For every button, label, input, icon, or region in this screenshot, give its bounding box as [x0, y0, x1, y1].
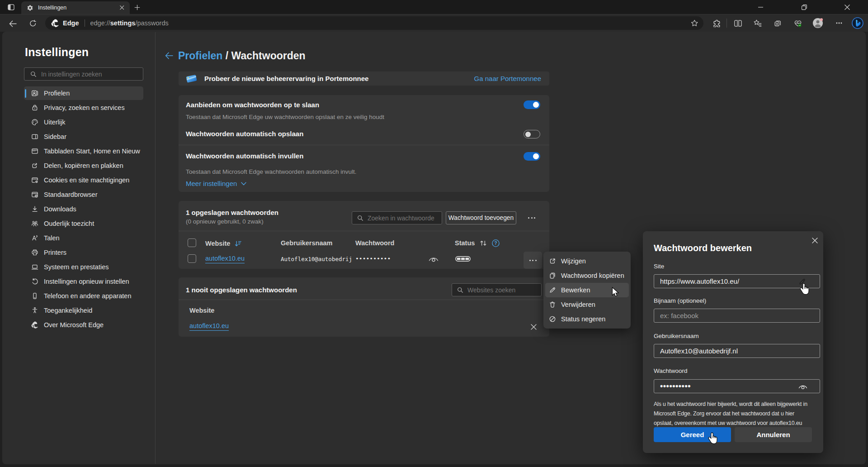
address-url: edge://settings/passwords	[90, 19, 168, 27]
sidebar-item-toegankelijkheid[interactable]: Toegankelijkheid	[24, 304, 143, 317]
tab-bar: Instellingen	[0, 0, 868, 14]
sidebar-item-printers[interactable]: Printers	[24, 246, 143, 259]
password-search-box[interactable]	[352, 211, 442, 224]
sidebar-item-label: Sidebar	[44, 133, 66, 140]
menu-item-status-negeren[interactable]: Status negeren	[545, 312, 629, 326]
nickname-label: Bijnaam (optioneel)	[654, 297, 706, 304]
websites-search-input[interactable]	[467, 286, 541, 294]
column-website[interactable]: Website	[205, 239, 241, 248]
password-label: Wachtwoord	[654, 367, 688, 374]
password-health-indicator	[455, 256, 471, 262]
sidebar-item-tabbladen[interactable]: Tabbladen Start, Home en Nieuw	[24, 144, 143, 158]
refresh-button[interactable]	[27, 18, 39, 29]
favorites-button[interactable]	[751, 18, 764, 29]
sidebar-item-privacy[interactable]: Privacy, zoeken en services	[24, 101, 143, 114]
edit-pencil-icon	[549, 286, 556, 294]
tab-close-button[interactable]	[116, 2, 128, 14]
column-username[interactable]: Gebruikersnaam	[281, 239, 332, 247]
menu-item-label: Verwijderen	[561, 301, 595, 308]
menu-item-verwijderen[interactable]: Verwijderen	[545, 297, 629, 312]
tab-actions-menu-button[interactable]	[6, 3, 16, 12]
card-divider	[179, 145, 549, 145]
extensions-button[interactable]	[710, 18, 723, 29]
never-row-delete-button[interactable]	[528, 322, 539, 332]
sidebar-item-cookies[interactable]: Cookies en site machtigingen	[24, 173, 143, 187]
sidebar-item-reset[interactable]: Instellingen opnieuw instellen	[24, 275, 143, 288]
dialog-close-button[interactable]	[809, 234, 821, 246]
username-input[interactable]	[654, 344, 820, 358]
done-button[interactable]: Gereed	[654, 427, 731, 442]
sidebar-item-ouderlijk-toezicht[interactable]: Ouderlijk toezicht	[24, 217, 143, 230]
password-input[interactable]	[654, 379, 820, 393]
never-column-website[interactable]: Website	[189, 307, 214, 314]
row-more-button[interactable]	[524, 252, 542, 269]
saved-more-button[interactable]	[525, 211, 538, 224]
sidebar-item-label: Over Microsoft Edge	[44, 321, 104, 329]
more-settings-link[interactable]: Meer instellingen	[186, 180, 246, 187]
websites-search-box[interactable]	[452, 283, 542, 296]
languages-icon	[31, 234, 38, 242]
password-search-input[interactable]	[368, 214, 442, 222]
browser-tab-instellingen[interactable]: Instellingen	[21, 1, 130, 14]
new-tab-button[interactable]	[132, 3, 142, 12]
status-help-icon[interactable]: ?	[492, 239, 500, 247]
sidebar-item-sidebar[interactable]: Sidebar	[24, 130, 143, 143]
sidebar-item-standaardbrowser[interactable]: Standaardbrowser	[24, 188, 143, 201]
menu-item-wijzigen[interactable]: Wijzigen	[545, 254, 629, 268]
window-close-button[interactable]	[837, 0, 858, 14]
sidebar-search-input[interactable]	[41, 71, 132, 78]
settings-more-button[interactable]	[833, 18, 845, 29]
column-password[interactable]: Wachtwoord	[355, 239, 394, 247]
sidebar-item-over-edge[interactable]: Over Microsoft Edge	[24, 318, 143, 332]
sidebar-search-box[interactable]	[24, 67, 143, 81]
sidebar-item-label: Tabbladen Start, Home en Nieuw	[44, 148, 140, 155]
column-status[interactable]: Status ?	[455, 239, 500, 247]
saved-website-link[interactable]: autoflex10.eu	[205, 255, 245, 263]
auto-fill-description: Toestaan dat Microsoft Edge wachtwoorden…	[186, 168, 356, 175]
never-website-link[interactable]: autoflex10.eu	[189, 322, 229, 331]
sidebar-item-label: Talen	[44, 234, 60, 242]
banner-portemonnee-link[interactable]: Ga naar Portemonnee	[474, 75, 541, 82]
address-brand-label: Edge	[63, 19, 79, 27]
tab-favicon-gear-icon	[27, 5, 33, 11]
back-button[interactable]	[6, 18, 19, 29]
sidebar-item-label: Delen, kopiëren en plakken	[44, 162, 123, 169]
bing-discover-button[interactable]	[852, 17, 863, 29]
menu-item-wachtwoord-kopieren[interactable]: Wachtwoord kopiëren	[545, 268, 629, 283]
sidebar-item-delen[interactable]: Delen, kopiëren en plakken	[24, 159, 143, 172]
sidebar-item-downloads[interactable]: Downloads	[24, 202, 143, 216]
dialog-note: Als u het wachtwoord hier bijwerkt, word…	[654, 400, 828, 428]
password-reveal-button[interactable]	[797, 381, 809, 392]
sidebar-item-systeem[interactable]: Systeem en prestaties	[24, 260, 143, 274]
add-password-button[interactable]: Wachtwoord toevoegen	[446, 211, 516, 224]
sidebar-item-uiterlijk[interactable]: Uiterlijk	[24, 115, 143, 129]
favorite-star-button[interactable]	[685, 16, 703, 30]
default-browser-icon	[31, 191, 38, 198]
window-restore-button[interactable]	[794, 0, 815, 14]
row-checkbox[interactable]	[188, 254, 196, 263]
cancel-button[interactable]: Annuleren	[735, 427, 812, 442]
sidebar-item-profielen[interactable]: Profielen	[24, 86, 143, 100]
nickname-input[interactable]	[654, 309, 820, 323]
sidebar-item-telefoon[interactable]: Telefoon en andere apparaten	[24, 289, 143, 303]
browser-essentials-icon	[794, 19, 802, 27]
offer-save-toggle[interactable]	[524, 100, 540, 109]
sidebar-item-label: Toegankelijkheid	[44, 307, 92, 314]
breadcrumb-back-button[interactable]	[164, 50, 175, 61]
auto-save-toggle[interactable]	[524, 130, 540, 138]
address-bar[interactable]: Edge edge://settings/passwords	[45, 16, 703, 30]
collections-button[interactable]	[771, 18, 784, 29]
auto-fill-toggle[interactable]	[524, 152, 540, 161]
profile-button[interactable]	[812, 18, 823, 29]
reveal-password-button[interactable]	[427, 254, 440, 264]
split-screen-button[interactable]	[731, 18, 744, 29]
browser-essentials-button[interactable]	[792, 18, 804, 29]
window-minimize-button[interactable]	[750, 0, 771, 14]
select-all-checkbox[interactable]	[188, 238, 196, 247]
breadcrumb-parent-link[interactable]: Profielen	[178, 50, 222, 62]
system-laptop-icon	[31, 263, 38, 271]
site-input[interactable]	[654, 274, 820, 288]
sidebar-item-talen[interactable]: Talen	[24, 231, 143, 245]
auto-fill-title: Wachtwoorden automatisch invullen	[186, 152, 303, 160]
more-dots-icon	[528, 217, 535, 219]
